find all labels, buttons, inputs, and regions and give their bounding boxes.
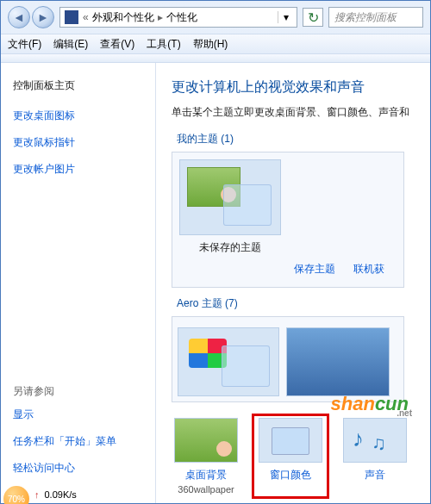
chevron-right-icon: « xyxy=(83,11,89,23)
control-panel-home-link[interactable]: 控制面板主页 xyxy=(13,78,143,93)
my-themes-header: 我的主题 (1) xyxy=(172,132,430,146)
back-button[interactable]: ◄ xyxy=(8,6,30,28)
sounds-button[interactable]: ♪♫ 声音 xyxy=(340,418,409,495)
forward-button[interactable]: ► xyxy=(32,6,54,28)
speed-label: 0.09K/s xyxy=(45,489,77,500)
see-also-header: 另请参阅 xyxy=(13,384,143,399)
desktop-background-label: 桌面背景 xyxy=(172,468,240,482)
sidebar-link-desktop-icons[interactable]: 更改桌面图标 xyxy=(13,109,143,123)
aero-theme-windows7[interactable] xyxy=(178,327,279,396)
breadcrumb-item[interactable]: 个性化 xyxy=(166,10,197,25)
percent-badge: 70% xyxy=(3,486,29,504)
save-theme-link[interactable]: 保存主题 xyxy=(294,263,335,275)
desktop-background-button[interactable]: 桌面背景 360wallpaper xyxy=(172,418,240,495)
menu-help[interactable]: 帮助(H) xyxy=(193,37,228,52)
get-themes-online-link[interactable]: 联机获 xyxy=(353,263,384,275)
theme-thumbnail xyxy=(179,159,281,235)
see-also-display[interactable]: 显示 xyxy=(13,408,143,422)
sidebar-link-account-picture[interactable]: 更改帐户图片 xyxy=(13,162,143,177)
window-color-label: 窗口颜色 xyxy=(256,468,325,482)
control-panel-icon xyxy=(64,9,79,25)
menu-view[interactable]: 查看(V) xyxy=(100,37,134,52)
upload-arrow-icon: ↑ xyxy=(34,489,40,500)
menu-tools[interactable]: 工具(T) xyxy=(147,37,180,52)
breadcrumb[interactable]: « 外观和个性化 ▸ 个性化 ▾ xyxy=(59,7,297,28)
window-color-button[interactable]: 窗口颜色 xyxy=(256,418,325,495)
toolbar xyxy=(1,54,430,63)
page-title: 更改计算机上的视觉效果和声音 xyxy=(172,78,430,96)
sidebar: 控制面板主页 更改桌面图标 更改鼠标指针 更改帐户图片 另请参阅 显示 任务栏和… xyxy=(1,63,156,503)
status-bar: 70% ↑ 0.09K/s xyxy=(0,485,77,504)
window-glass-icon xyxy=(222,345,270,387)
aero-themes-group xyxy=(172,316,404,402)
see-also-taskbar[interactable]: 任务栏和「开始」菜单 xyxy=(13,434,143,449)
sounds-icon: ♪♫ xyxy=(343,418,407,463)
search-input[interactable]: 搜索控制面板 xyxy=(328,7,423,28)
window-color-icon xyxy=(259,418,322,463)
dropdown-icon[interactable]: ▾ xyxy=(278,11,293,23)
menu-edit[interactable]: 编辑(E) xyxy=(53,37,88,52)
see-also-ease-of-access[interactable]: 轻松访问中心 xyxy=(13,461,143,476)
sounds-label: 声音 xyxy=(340,468,409,482)
menubar: 文件(F) 编辑(E) 查看(V) 工具(T) 帮助(H) xyxy=(1,34,430,54)
aero-theme-item[interactable] xyxy=(286,327,390,396)
refresh-button[interactable]: ↻ xyxy=(303,8,323,27)
my-themes-group: 未保存的主题 保存主题 联机获 xyxy=(172,152,404,288)
page-description: 单击某个主题立即更改桌面背景、窗口颜色、声音和 xyxy=(172,105,430,120)
desktop-background-sublabel: 360wallpaper xyxy=(172,484,240,495)
theme-unsaved[interactable]: 未保存的主题 xyxy=(179,159,281,255)
sidebar-link-mouse-pointers[interactable]: 更改鼠标指针 xyxy=(13,135,143,150)
search-placeholder: 搜索控制面板 xyxy=(334,10,397,25)
aero-themes-header: Aero 主题 (7) xyxy=(172,296,430,311)
chevron-right-icon: ▸ xyxy=(158,11,163,23)
breadcrumb-item[interactable]: 外观和个性化 xyxy=(92,10,154,25)
menu-file[interactable]: 文件(F) xyxy=(8,37,41,52)
theme-label: 未保存的主题 xyxy=(179,240,281,255)
window-glass-icon xyxy=(223,184,272,226)
main-content: 更改计算机上的视觉效果和声音 单击某个主题立即更改桌面背景、窗口颜色、声音和 我… xyxy=(156,63,430,503)
desktop-background-icon xyxy=(174,418,238,463)
